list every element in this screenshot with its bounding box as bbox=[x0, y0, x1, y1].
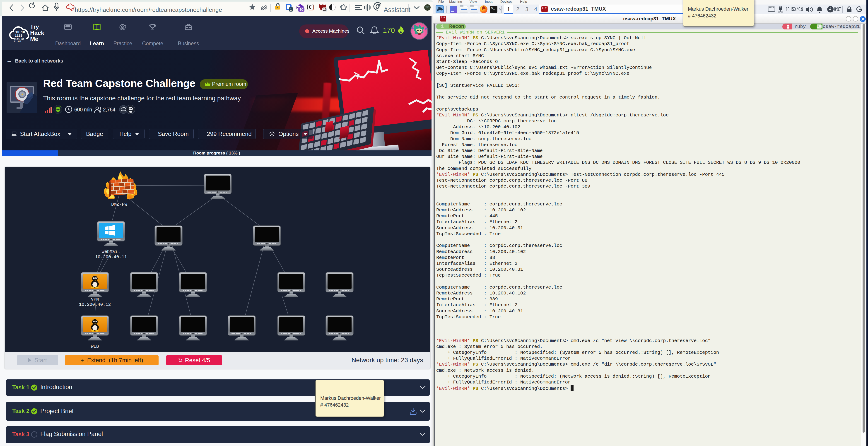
svg-text:VPN: VPN bbox=[91, 297, 99, 302]
svg-text:WebMail: WebMail bbox=[102, 249, 120, 254]
svg-text:DMZ-FW: DMZ-FW bbox=[111, 202, 127, 207]
svg-text:10.200.40.12: 10.200.40.12 bbox=[79, 302, 111, 307]
svg-text:10 10: 10 10 bbox=[16, 30, 25, 34]
svg-text:30: 30 bbox=[300, 7, 303, 11]
svg-text:01 010: 01 010 bbox=[14, 40, 21, 42]
svg-text:13: 13 bbox=[323, 7, 327, 11]
svg-text:WEB: WEB bbox=[91, 344, 99, 349]
svg-text:1: 1 bbox=[290, 8, 292, 11]
svg-text:1110: 1110 bbox=[15, 34, 23, 38]
svg-text:0101 01: 0101 01 bbox=[13, 38, 25, 40]
svg-text:10.200.40.11: 10.200.40.11 bbox=[95, 255, 127, 260]
